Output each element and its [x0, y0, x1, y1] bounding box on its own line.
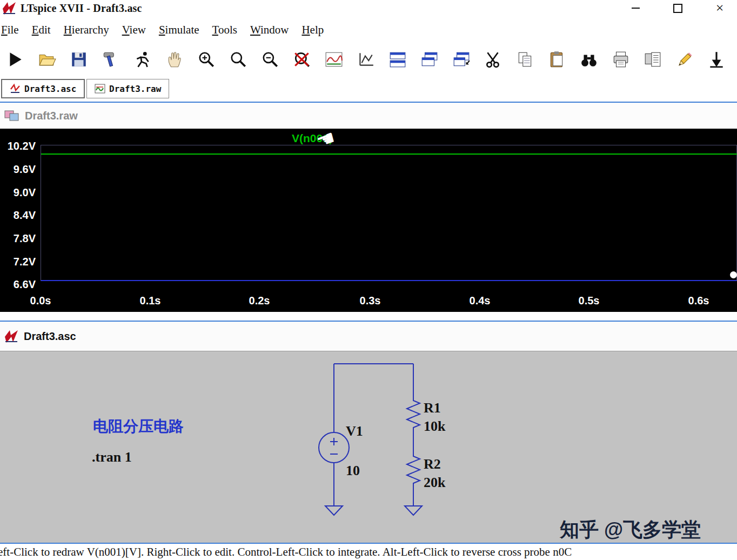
- maximize-button[interactable]: [666, 0, 689, 16]
- raw-file-icon: [4, 109, 19, 122]
- menu-edit[interactable]: Edit: [25, 21, 57, 39]
- component-value-v1[interactable]: 10: [346, 463, 360, 478]
- waveform-file-icon: [95, 83, 105, 94]
- menu-simulate[interactable]: Simulate: [152, 21, 206, 39]
- zoom-area-icon[interactable]: [229, 49, 248, 70]
- run-simulation-man-icon[interactable]: [133, 49, 152, 70]
- menu-bar: File Edit Hierarchy View Simulate Tools …: [0, 16, 737, 43]
- plot-area[interactable]: [41, 145, 737, 281]
- tile-windows-icon[interactable]: [388, 49, 407, 70]
- status-text: eft-Click to redraw V(n001)[V]. Right-Cl…: [0, 545, 572, 559]
- waveform-window: Draft3.raw 10.2V 9.6V 9.0V 8.4V 7.8V 7.2…: [0, 102, 737, 312]
- menu-help[interactable]: Help: [295, 21, 330, 39]
- x-axis-tick: 0.3s: [351, 294, 389, 308]
- minimize-button[interactable]: [624, 0, 647, 16]
- ground-symbol[interactable]: [405, 506, 422, 515]
- tab-draft3-raw[interactable]: Draft3.raw: [86, 79, 169, 98]
- tab-label: Draft3.asc: [24, 84, 76, 94]
- waveform-plot[interactable]: 10.2V 9.6V 9.0V 8.4V 7.8V 7.2V 6.6V V(n0…: [0, 129, 737, 312]
- voltage-source-v1[interactable]: [319, 432, 349, 463]
- menu-file[interactable]: File: [0, 21, 25, 39]
- x-axis-tick: 0.4s: [461, 294, 499, 308]
- scroll-indicator[interactable]: [730, 271, 737, 278]
- watermark: 知乎 @飞多学堂: [560, 517, 701, 543]
- cascade-new-window-icon[interactable]: [452, 49, 471, 70]
- run-icon[interactable]: [5, 49, 25, 70]
- zoom-in-icon[interactable]: [197, 49, 216, 70]
- menu-hierarchy[interactable]: Hierarchy: [57, 21, 116, 39]
- schematic-window-title: Draft3.asc: [24, 330, 76, 343]
- y-axis-tick: 10.2V: [0, 139, 36, 152]
- print-icon[interactable]: [611, 49, 631, 70]
- toolbar: [0, 43, 737, 76]
- probe-arrow-icon[interactable]: [707, 49, 726, 70]
- waveform-window-title: Draft3.raw: [25, 110, 78, 122]
- schematic-window-titlebar[interactable]: Draft3.asc: [0, 322, 737, 351]
- ltspice-window: LTspice XVII - Draft3.asc × File Edit Hi…: [0, 0, 737, 560]
- menu-view[interactable]: View: [116, 21, 152, 39]
- y-axis-tick: 7.8V: [0, 232, 36, 245]
- x-axis-tick: 0.1s: [131, 294, 169, 308]
- tab-label: Draft3.raw: [109, 84, 161, 94]
- voltage-trace[interactable]: [41, 154, 737, 155]
- x-axis-tick: 0.0s: [22, 294, 59, 308]
- x-axis-tick: 0.2s: [240, 294, 278, 308]
- x-axis-tick: 0.6s: [680, 294, 718, 308]
- cut-icon[interactable]: [484, 49, 503, 70]
- component-value-r2[interactable]: 20k: [424, 475, 446, 490]
- waveform-window-titlebar[interactable]: Draft3.raw: [0, 103, 737, 129]
- cascade-windows-icon[interactable]: [420, 49, 439, 70]
- control-panel-hammer-icon[interactable]: [101, 49, 120, 70]
- ground-symbol[interactable]: [325, 506, 343, 515]
- y-axis-tick: 7.2V: [0, 255, 36, 268]
- paste-icon[interactable]: [547, 49, 567, 70]
- ltspice-logo-icon: [2, 1, 16, 15]
- close-button[interactable]: ×: [708, 0, 732, 16]
- y-axis-tick: 9.0V: [0, 186, 36, 199]
- plot-settings-icon[interactable]: [356, 49, 376, 70]
- tab-draft3-asc[interactable]: Draft3.asc: [1, 79, 85, 98]
- component-value-r1[interactable]: 10k: [424, 418, 446, 434]
- resistor-r1[interactable]: [407, 398, 420, 433]
- y-axis-tick: 6.6V: [0, 278, 36, 291]
- menu-window[interactable]: Window: [244, 21, 295, 39]
- circuit-annotation[interactable]: 电阻分压电路: [93, 418, 184, 435]
- open-file-icon[interactable]: [37, 49, 57, 70]
- window-title: LTspice XVII - Draft3.asc: [21, 2, 142, 15]
- title-bar: LTspice XVII - Draft3.asc ×: [0, 0, 737, 17]
- panel-divider: [0, 312, 737, 321]
- schematic-file-icon: [10, 83, 21, 94]
- status-bar: eft-Click to redraw V(n001)[V]. Right-Cl…: [0, 544, 737, 560]
- zoom-full-extents-icon[interactable]: [292, 49, 312, 70]
- save-icon[interactable]: [69, 49, 89, 70]
- y-axis-tick: 9.6V: [0, 163, 36, 176]
- zoom-out-icon[interactable]: [260, 49, 280, 70]
- schematic-canvas[interactable]: V1 10 R1 10k R2 20k 电阻分压电路 .tran 1 知乎 @飞…: [0, 351, 737, 543]
- component-ref-r1[interactable]: R1: [424, 400, 441, 416]
- edit-pencil-icon[interactable]: [675, 49, 694, 70]
- component-ref-v1[interactable]: V1: [346, 423, 363, 439]
- y-axis-tick: 8.4V: [0, 209, 36, 222]
- print-preview-icon[interactable]: [643, 49, 662, 70]
- copy-icon[interactable]: [515, 49, 535, 70]
- menu-tools[interactable]: Tools: [206, 21, 244, 39]
- x-axis-tick: 0.5s: [570, 294, 608, 308]
- find-binoculars-icon[interactable]: [579, 49, 599, 70]
- ltspice-logo-icon-small: [4, 329, 18, 343]
- spice-directive[interactable]: .tran 1: [92, 449, 132, 465]
- resistor-r2[interactable]: [407, 454, 420, 489]
- tab-bar: Draft3.asc Draft3.raw: [0, 76, 737, 102]
- halt-hand-icon[interactable]: [165, 49, 184, 70]
- waveform-pane-icon[interactable]: [324, 49, 344, 70]
- component-ref-r2[interactable]: R2: [424, 456, 441, 472]
- schematic-window: Draft3.asc: [0, 321, 737, 544]
